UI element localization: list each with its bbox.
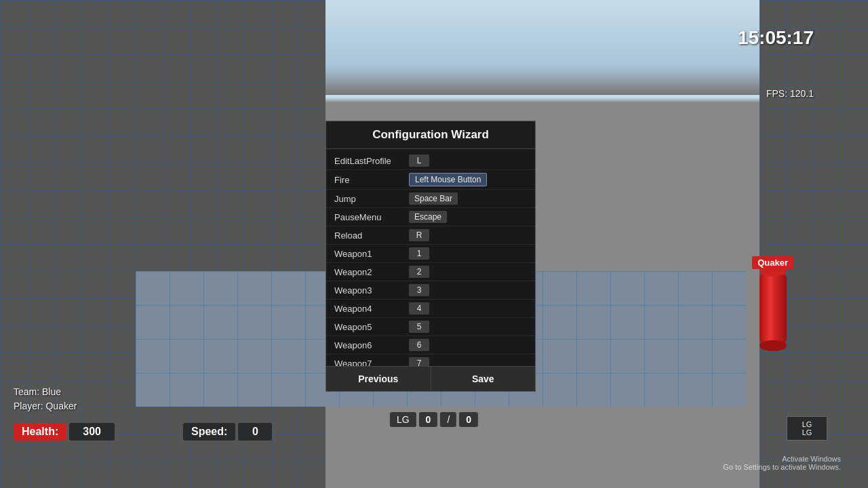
config-value[interactable]: Space Bar — [409, 192, 458, 205]
config-row[interactable]: FireLeft Mouse Button — [326, 170, 535, 190]
config-row[interactable]: PauseMenuEscape — [326, 208, 535, 226]
quaker-character — [760, 271, 787, 346]
ammo-max: 0 — [459, 412, 478, 427]
config-key: Weapon2 — [334, 267, 409, 277]
team-info: Team: Blue Player: Quaker — [14, 385, 77, 413]
config-dialog-title: Configuration Wizard — [326, 121, 535, 149]
config-key: Weapon5 — [334, 322, 409, 332]
activate-windows-notice: Activate Windows Go to Settings to activ… — [723, 455, 841, 471]
config-key: Jump — [334, 194, 409, 204]
config-value[interactable]: 3 — [409, 284, 429, 296]
wall-right — [760, 0, 868, 488]
time-display: 15:05:17 — [738, 27, 814, 49]
config-key: Weapon6 — [334, 340, 409, 350]
ammo-hud: LG 0 / 0 — [390, 412, 478, 427]
activate-line2: Go to Settings to activate Windows. — [723, 463, 841, 471]
config-row[interactable]: Weapon44 — [326, 300, 535, 318]
health-bar: Health: 300 — [14, 423, 115, 441]
config-key: EditLastProfile — [334, 156, 409, 166]
config-key: Reload — [334, 230, 409, 241]
health-label: Health: — [14, 423, 66, 441]
config-key: Weapon4 — [334, 304, 409, 314]
config-value[interactable]: Escape — [409, 211, 447, 223]
config-key: Weapon7 — [334, 359, 409, 367]
config-dialog-content: EditLastProfileLFireLeft Mouse ButtonJum… — [326, 149, 535, 366]
config-value[interactable]: Left Mouse Button — [409, 173, 487, 186]
config-row[interactable]: Weapon77 — [326, 354, 535, 366]
previous-button[interactable]: Previous — [326, 367, 431, 391]
player-line: Player: Quaker — [14, 399, 77, 413]
config-value[interactable]: 4 — [409, 302, 429, 314]
team-label: Team: — [14, 386, 39, 397]
config-value[interactable]: 1 — [409, 247, 429, 260]
ammo-current: 0 — [419, 412, 438, 427]
player-label: Player: — [14, 401, 43, 411]
config-row[interactable]: JumpSpace Bar — [326, 190, 535, 208]
config-row[interactable]: Weapon55 — [326, 318, 535, 336]
speed-bar: Speed: 0 — [183, 423, 272, 441]
activate-line1: Activate Windows — [723, 455, 841, 463]
config-key: Weapon1 — [334, 249, 409, 259]
config-row[interactable]: Weapon66 — [326, 336, 535, 354]
config-dialog-buttons: Previous Save — [326, 366, 535, 391]
weapon-mini-label: LG — [794, 420, 820, 428]
ammo-weapon-label: LG — [390, 412, 416, 427]
config-value[interactable]: R — [409, 229, 429, 241]
fps-value: 120.1 — [790, 88, 814, 99]
config-row[interactable]: Weapon33 — [326, 281, 535, 300]
config-row[interactable]: Weapon11 — [326, 245, 535, 263]
config-key: PauseMenu — [334, 212, 409, 222]
save-button[interactable]: Save — [431, 367, 536, 391]
config-key: Weapon3 — [334, 285, 409, 296]
config-value[interactable]: 5 — [409, 321, 429, 333]
config-key: Fire — [334, 175, 409, 185]
config-row[interactable]: ReloadR — [326, 226, 535, 245]
speed-label: Speed: — [183, 423, 235, 441]
weapon-mini-display: LG LG — [787, 416, 827, 441]
fps-display: FPS: 120.1 — [766, 88, 814, 99]
config-value[interactable]: 2 — [409, 266, 429, 278]
config-value[interactable]: L — [409, 155, 429, 167]
config-dialog: Configuration Wizard EditLastProfileLFir… — [326, 121, 536, 392]
wall-left — [0, 0, 326, 488]
team-line: Team: Blue — [14, 385, 77, 399]
weapon-mini-sub: LG — [794, 428, 820, 436]
config-row[interactable]: Weapon22 — [326, 263, 535, 281]
health-value: 300 — [69, 423, 115, 441]
config-row[interactable]: EditLastProfileL — [326, 152, 535, 170]
speed-value: 0 — [238, 423, 272, 441]
ammo-separator: / — [440, 412, 456, 427]
config-value[interactable]: 7 — [409, 357, 429, 366]
config-value[interactable]: 6 — [409, 339, 429, 351]
fps-label: FPS: — [766, 88, 787, 99]
